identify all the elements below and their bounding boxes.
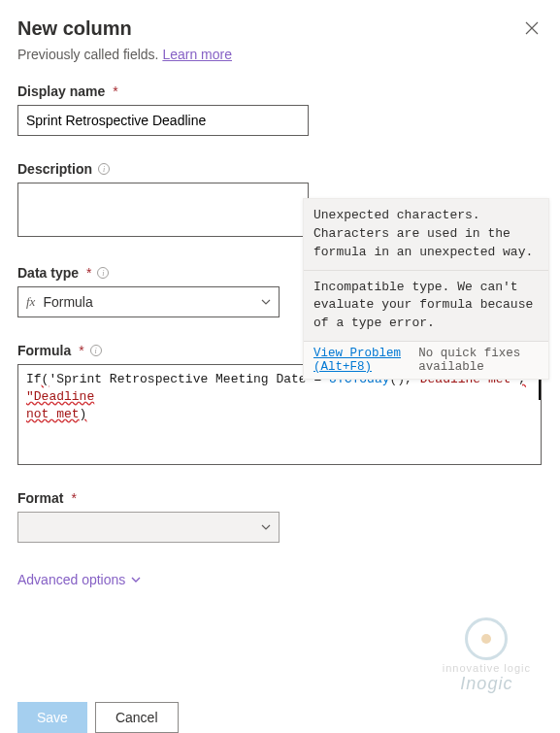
data-type-value: Formula [43, 294, 261, 310]
chevron-down-icon [131, 577, 141, 583]
info-icon[interactable]: i [90, 345, 102, 356]
format-label: Format [17, 490, 63, 506]
view-problem-link[interactable]: View Problem (Alt+F8) [313, 347, 418, 374]
learn-more-link[interactable]: Learn more [162, 47, 232, 62]
error-tooltip: Unexpected characters. Characters are us… [303, 198, 549, 380]
logo-brand: Inogic [443, 674, 531, 694]
description-input[interactable] [17, 183, 309, 237]
formula-token-string-err: "Deadline [26, 389, 94, 404]
dialog-title: New column [17, 17, 132, 40]
data-type-label: Data type [17, 265, 79, 281]
formula-label: Formula [17, 343, 71, 358]
display-name-input[interactable] [17, 105, 309, 136]
data-type-select[interactable]: fx Formula [17, 286, 280, 317]
fx-icon: fx [26, 294, 35, 310]
dialog-subtitle: Previously called fields. Learn more [17, 47, 543, 62]
watermark-logo: innovative logic Inogic [443, 617, 531, 694]
required-indicator: * [71, 490, 76, 506]
format-select[interactable] [17, 512, 280, 543]
required-indicator: * [113, 83, 117, 99]
advanced-options-toggle[interactable]: Advanced options [17, 572, 141, 587]
no-quick-fixes-text: No quick fixes available [418, 347, 539, 374]
formula-token-fn: If [26, 372, 42, 386]
error-message-1: Unexpected characters. Characters are us… [304, 199, 548, 271]
chevron-down-icon [261, 299, 271, 305]
close-icon [525, 21, 539, 35]
advanced-options-label: Advanced options [17, 572, 125, 587]
info-icon[interactable]: i [98, 163, 110, 175]
display-name-label: Display name [17, 83, 105, 99]
cancel-button[interactable]: Cancel [95, 702, 179, 733]
required-indicator: * [86, 265, 91, 281]
chevron-down-icon [261, 524, 271, 530]
description-label: Description [17, 161, 92, 177]
formula-token-string-err: not met [26, 407, 80, 421]
formula-token-field: 'Sprint Retrospective Meeting Date' [49, 372, 313, 386]
logo-tagline: innovative logic [443, 662, 531, 674]
required-indicator: * [79, 343, 83, 358]
info-icon[interactable]: i [97, 267, 109, 279]
save-button[interactable]: Save [17, 702, 87, 733]
error-message-2: Incompatible type. We can't evaluate you… [304, 271, 548, 343]
formula-token-paren: ) [80, 407, 87, 421]
subtitle-text: Previously called fields. [17, 47, 162, 62]
logo-icon [465, 617, 508, 660]
close-button[interactable] [521, 17, 543, 43]
